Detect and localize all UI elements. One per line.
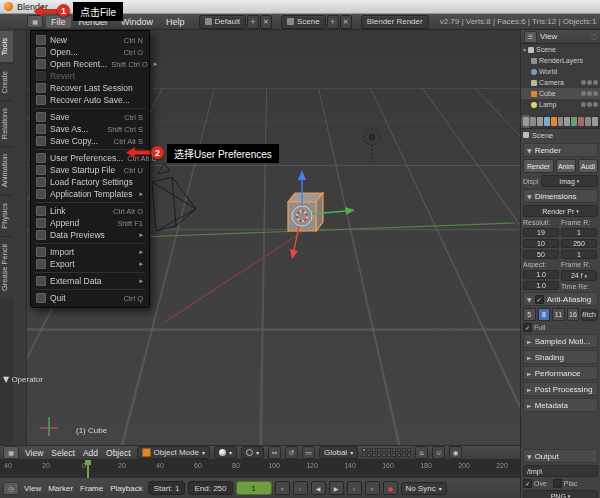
play-reverse-button[interactable]: ◀ [311,481,326,495]
output-panel-header[interactable]: ▼ Output [523,449,598,463]
scene-dropdown[interactable]: Scene [281,15,326,29]
outliner-row-scene[interactable]: ▾ Scene [521,44,600,55]
frame-start-field[interactable]: Start: 1 [148,481,186,495]
timeline-menu-playback[interactable]: Playback [108,484,144,493]
play-button[interactable]: ▶ [329,481,344,495]
render-anim-button[interactable]: Anim [556,159,576,173]
pivot-dropdown[interactable]: ▾ [241,446,264,459]
tab-object-icon[interactable] [551,117,557,126]
menu-item-append[interactable]: AppendShift F1 [31,217,149,229]
lock-icon[interactable]: ⌂ [415,446,428,459]
tab-world-icon[interactable] [544,117,550,126]
timeline-menu-marker[interactable]: Marker [46,484,75,493]
search-icon[interactable]: ◌ [591,33,597,41]
sync-dropdown[interactable]: No Sync ▾ [401,482,447,495]
jump-to-end-button[interactable]: » [365,481,380,495]
aa-samples-16[interactable]: 16 [567,308,580,321]
toolshelf-tab-tools[interactable]: Tools [0,30,13,63]
add-layout-button[interactable]: + [247,15,259,29]
operator-panel-header[interactable]: ▼ Operator [3,375,43,384]
display-dropdown[interactable]: Imag ▾ [541,175,598,187]
menu-item-link[interactable]: LinkCtrl Alt O [31,205,149,217]
lamp-object[interactable] [364,129,380,162]
menu-item-open-recent[interactable]: Open Recent...Shift Ctrl O▸ [31,58,149,70]
timeline-ruler[interactable]: 40 20 0 20 40 60 80 100 120 140 160 180 … [0,460,520,479]
outliner-editor-type-icon[interactable]: ☰ [524,31,537,43]
dimensions-panel-header[interactable]: ▼ Dimensions [523,189,598,203]
timeline-editor-type-icon[interactable]: ◷ [3,482,19,495]
aspect-y-field[interactable]: 1.0 [523,281,559,290]
aa-samples-8[interactable]: 8 [538,308,551,321]
menu-item-import[interactable]: Import▸ [31,246,149,258]
tab-texture-icon[interactable] [585,117,591,126]
toolshelf-tab-relations[interactable]: Relations [0,100,13,146]
post-processing-panel-header[interactable]: ► Post Processing [523,382,598,396]
aa-samples-11[interactable]: 11 [552,308,565,321]
layers-widget[interactable] [362,448,411,457]
tab-scene-icon[interactable] [537,117,543,126]
tab-modifiers-icon[interactable] [564,117,570,126]
resolution-percent-field[interactable]: 50 [523,250,559,259]
toolshelf-tab-animation[interactable]: Animation [0,146,13,194]
format-dropdown[interactable]: PNG ▾ [523,490,598,498]
menu-item-save-copy[interactable]: Save Copy...Ctrl Alt S [31,135,149,147]
tab-physics-icon[interactable] [592,117,598,126]
visibility-toggles[interactable] [580,102,598,107]
menu-item-save-as[interactable]: Save As...Shift Ctrl S [31,123,149,135]
antialiasing-panel-header[interactable]: ▼ ✓ Anti-Aliasing [523,292,598,306]
frame-end-field[interactable]: End: 250 [188,481,232,495]
visibility-toggles[interactable] [580,80,598,85]
render-button[interactable]: Render [523,159,554,173]
menu-file[interactable]: File [46,16,71,28]
menu-item-data-previews[interactable]: Data Previews▸ [31,229,149,241]
current-frame-marker[interactable] [87,460,89,478]
frame-step-field[interactable]: 1 [561,250,597,259]
sampled-motion-panel-header[interactable]: ► Sampled Moti... [523,334,598,348]
viewport-menu-object[interactable]: Object [104,448,133,458]
menu-item-quit[interactable]: QuitCtrl Q [31,292,149,304]
menu-help[interactable]: Help [161,16,190,28]
jump-to-start-button[interactable]: « [275,481,290,495]
transform-orientation-dropdown[interactable]: Global ▾ [319,446,358,459]
menu-item-external-data[interactable]: External Data▸ [31,275,149,287]
aspect-x-field[interactable]: 1.0 [523,270,559,279]
tab-render-layers-icon[interactable] [530,117,536,126]
tab-data-icon[interactable] [571,117,577,126]
menu-item-new[interactable]: NewCtrl N [31,34,149,46]
frame-start-field[interactable]: 1 [561,228,597,237]
delete-scene-button[interactable]: ✕ [340,15,352,29]
tab-render-icon[interactable] [523,117,529,126]
render-presets-dropdown[interactable]: Render Pr ▾ [523,205,598,217]
rotate-manipulator-button[interactable]: ↺ [285,446,298,459]
add-scene-button[interactable]: + [327,15,339,29]
toolshelf-tab-grease-pencil[interactable]: Grease Pencil [0,236,13,298]
output-path-field[interactable]: /tmp\ [523,465,598,477]
render-engine-dropdown[interactable]: Blender Render [361,15,429,29]
render-opengl-icon[interactable]: ◉ [449,446,462,459]
outliner-row-renderlayers[interactable]: RenderLayers [521,55,600,66]
visibility-toggles[interactable] [580,91,598,96]
viewport-menu-view[interactable]: View [23,448,45,458]
fps-dropdown[interactable]: 24 f ▾ [561,270,597,281]
outliner-row-cube[interactable]: Cube [521,88,600,99]
next-keyframe-button[interactable]: › [347,481,362,495]
viewport-menu-add[interactable]: Add [81,448,100,458]
timeline-menu-view[interactable]: View [22,484,43,493]
camera-object[interactable] [152,163,196,231]
menu-item-export[interactable]: Export▸ [31,258,149,270]
timeline-menu-frame[interactable]: Frame [78,484,105,493]
tab-constraints-icon[interactable] [558,117,564,126]
menu-item-revert[interactable]: Revert [31,70,149,82]
mode-dropdown[interactable]: Object Mode ▾ [137,446,210,459]
menu-item-save[interactable]: SaveCtrl S [31,111,149,123]
scale-manipulator-button[interactable]: ▭ [302,446,315,459]
resolution-y-field[interactable]: 10 [523,239,559,248]
layout-dropdown[interactable]: Default [199,15,246,29]
expand-triangle-icon[interactable]: ▾ [523,46,526,53]
performance-panel-header[interactable]: ► Performance [523,366,598,380]
delete-layout-button[interactable]: ✕ [260,15,272,29]
toolshelf-tab-create[interactable]: Create [0,63,13,101]
translate-manipulator-button[interactable]: ↔ [268,446,281,459]
toolshelf-tab-physics[interactable]: Physics [0,195,13,236]
menu-item-save-startup-file[interactable]: Save Startup FileCtrl U [31,164,149,176]
